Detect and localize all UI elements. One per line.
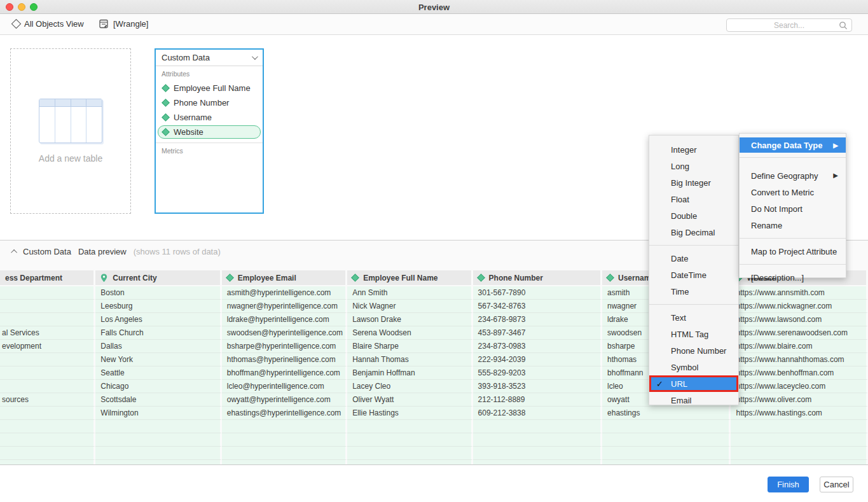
table-cell[interactable]: 212-112-8889 xyxy=(473,393,602,407)
table-cell[interactable]: 609-212-3838 xyxy=(473,407,602,420)
table-cell[interactable] xyxy=(0,286,95,300)
column-header-current-city[interactable]: Current City xyxy=(95,270,221,286)
data-type-item-integer[interactable]: Integer xyxy=(649,141,738,158)
table-cell[interactable] xyxy=(0,407,95,420)
attribute-item-employee-full-name[interactable]: Employee Full Name xyxy=(158,81,261,95)
table-cell[interactable] xyxy=(0,366,95,380)
table-cell[interactable]: Blaire Sharpe xyxy=(347,340,472,353)
finish-button[interactable]: Finish xyxy=(768,477,809,492)
table-cell[interactable]: ldrake@hyperintelligence.com xyxy=(222,313,347,326)
table-cell[interactable]: https://www.lawsond.com xyxy=(731,313,868,326)
table-cell[interactable]: nwagner@hyperintelligence.com xyxy=(222,300,347,313)
table-cell[interactable]: swoodsen@hyperintelligence.com xyxy=(222,326,347,340)
table-cell[interactable]: 453-897-3467 xyxy=(473,326,602,340)
table-cell[interactable]: asmith@hyperintelligence.com xyxy=(222,286,347,300)
cancel-button[interactable]: Cancel xyxy=(820,477,853,492)
data-type-item-long[interactable]: Long xyxy=(649,158,738,174)
column-header-ess-department[interactable]: ess Department xyxy=(0,270,95,286)
data-type-item-big-decimal[interactable]: Big Decimal xyxy=(649,224,738,241)
table-cell[interactable] xyxy=(0,380,95,393)
table-cell[interactable]: Serena Woodsen xyxy=(347,326,472,340)
table-cell[interactable]: Benjamin Hoffman xyxy=(347,366,472,380)
column-header-employee-email[interactable]: Employee Email xyxy=(222,270,347,286)
attribute-item-phone-number[interactable]: Phone Number xyxy=(158,96,261,109)
table-cell[interactable]: bhoffman@hyperintelligence.com xyxy=(222,366,347,380)
table-cell[interactable]: https://www.oliver.com xyxy=(731,393,868,407)
menu-item-define-geography[interactable]: Define Geography ▶ xyxy=(740,167,846,184)
table-cell[interactable]: Ellie Hastings xyxy=(347,407,472,420)
table-cell[interactable]: https://www.laceycleo.com xyxy=(731,380,868,393)
add-new-table-dropzone[interactable]: Add a new table xyxy=(10,48,131,214)
data-type-item-float[interactable]: Float xyxy=(649,191,738,207)
table-cell[interactable]: Nick Wagner xyxy=(347,300,472,313)
data-type-item-phone-number[interactable]: Phone Number xyxy=(649,342,738,359)
table-cell[interactable]: Ann Smith xyxy=(347,286,472,300)
table-cell[interactable]: https://www.benhoffman.com xyxy=(731,366,868,380)
data-type-item-datetime[interactable]: DateTime xyxy=(649,267,738,283)
table-cell[interactable]: https://www.blaire.com xyxy=(731,340,868,353)
table-cell[interactable]: bsharpe@hyperintelligence.com xyxy=(222,340,347,353)
table-cell[interactable]: 393-918-3523 xyxy=(473,380,602,393)
data-type-item-text[interactable]: Text xyxy=(649,309,738,326)
table-cell[interactable]: https://www.serenawoodsen.com xyxy=(731,326,868,340)
table-cell[interactable]: Boston xyxy=(95,286,221,300)
attribute-item-website[interactable]: Website xyxy=(158,125,261,139)
table-cell[interactable]: 301-567-7890 xyxy=(473,286,602,300)
menu-item-rename[interactable]: Rename xyxy=(740,217,846,234)
wrangle-button[interactable]: [Wrangle] xyxy=(99,19,148,29)
table-cell[interactable]: New York xyxy=(95,353,221,366)
table-cell[interactable]: ehastings xyxy=(602,407,731,420)
column-header-employee-full-name[interactable]: Employee Full Name xyxy=(347,270,472,286)
table-cell[interactable]: Dallas xyxy=(95,340,221,353)
menu-item-change-data-type[interactable]: Change Data Type ▶ xyxy=(740,137,846,153)
menu-item-description[interactable]: [Description...] xyxy=(740,269,846,286)
table-cell[interactable]: https://www.nickwagner.com xyxy=(731,300,868,313)
table-cell[interactable]: 234-873-0983 xyxy=(473,340,602,353)
table-cell[interactable]: Lawson Drake xyxy=(347,313,472,326)
table-cell[interactable]: Scottsdale xyxy=(95,393,221,407)
table-cell[interactable] xyxy=(0,353,95,366)
menu-item-map-to-project-attribute[interactable]: Map to Project Attribute xyxy=(740,243,846,260)
column-header-phone-number[interactable]: Phone Number xyxy=(473,270,602,286)
table-cell[interactable]: 222-934-2039 xyxy=(473,353,602,366)
table-cell[interactable]: https://www.annsmith.com xyxy=(731,286,868,300)
data-type-item-url[interactable]: ✓URL xyxy=(649,375,738,392)
table-cell[interactable]: 567-342-8763 xyxy=(473,300,602,313)
table-cell[interactable] xyxy=(0,313,95,326)
data-type-item-html-tag[interactable]: HTML Tag xyxy=(649,326,738,342)
data-type-item-double[interactable]: Double xyxy=(649,207,738,224)
table-cell[interactable]: owyatt@hyperintelligence.com xyxy=(222,393,347,407)
all-objects-view-button[interactable]: All Objects View xyxy=(13,19,84,29)
dataset-panel-header[interactable]: Custom Data xyxy=(156,50,263,66)
menu-item-convert-to-metric[interactable]: Convert to Metric xyxy=(740,184,846,200)
table-cell[interactable]: 555-829-9203 xyxy=(473,366,602,380)
table-cell[interactable]: Los Angeles xyxy=(95,313,221,326)
table-cell[interactable]: Wilmington xyxy=(95,407,221,420)
attribute-item-username[interactable]: Username xyxy=(158,111,261,124)
table-cell[interactable]: sources xyxy=(0,393,95,407)
table-cell[interactable]: https://www.hannahthomas.com xyxy=(731,353,868,366)
data-type-item-time[interactable]: Time xyxy=(649,283,738,300)
table-cell[interactable]: Hannah Thomas xyxy=(347,353,472,366)
search-input[interactable] xyxy=(727,20,851,32)
table-cell[interactable]: evelopment xyxy=(0,340,95,353)
table-cell[interactable]: Chicago xyxy=(95,380,221,393)
data-type-item-date[interactable]: Date xyxy=(649,250,738,267)
table-cell[interactable]: ehastings@hyperintelligence.com xyxy=(222,407,347,420)
table-cell[interactable]: hthomas@hyperinelligence.com xyxy=(222,353,347,366)
table-cell[interactable] xyxy=(0,300,95,313)
table-cell[interactable]: 234-678-9873 xyxy=(473,313,602,326)
collapse-preview-icon[interactable] xyxy=(11,249,17,256)
data-type-item-big-integer[interactable]: Big Integer xyxy=(649,174,738,191)
table-cell[interactable]: Lacey Cleo xyxy=(347,380,472,393)
table-cell[interactable]: Seattle xyxy=(95,366,221,380)
table-cell[interactable]: Oliver Wyatt xyxy=(347,393,472,407)
table-cell[interactable]: Falls Church xyxy=(95,326,221,340)
table-cell[interactable]: Leesburg xyxy=(95,300,221,313)
table-cell[interactable]: lcleo@hyperintelligence.com xyxy=(222,380,347,393)
data-type-item-email[interactable]: Email xyxy=(649,392,738,408)
table-cell[interactable]: al Services xyxy=(0,326,95,340)
table-cell[interactable]: https://www.hastings.com xyxy=(731,407,868,420)
menu-item-do-not-import[interactable]: Do Not Import xyxy=(740,200,846,217)
data-type-item-symbol[interactable]: Symbol xyxy=(649,359,738,375)
